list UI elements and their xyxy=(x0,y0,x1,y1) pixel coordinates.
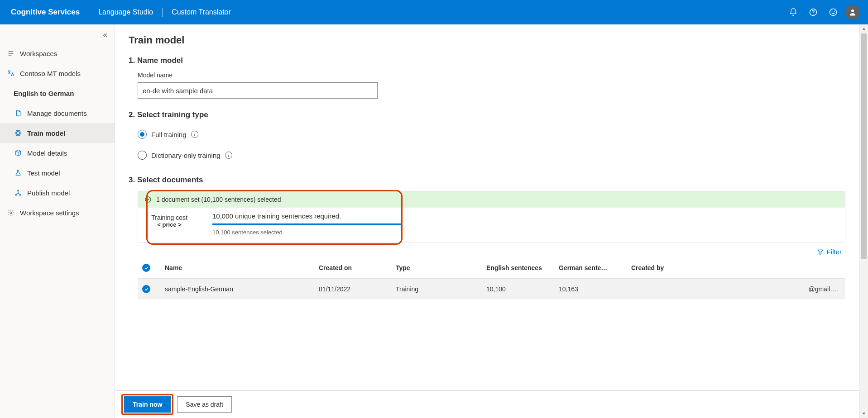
cell-english-sentences: 10,100 xyxy=(482,279,554,300)
model-name-label: Model name xyxy=(138,71,845,79)
selected-sentences-text: 10,100 sentences selected xyxy=(212,229,403,236)
sidebar-item-label: Train model xyxy=(27,129,65,137)
col-name[interactable]: Name xyxy=(160,257,314,279)
select-all-checkbox[interactable] xyxy=(142,264,150,272)
svg-point-15 xyxy=(10,212,12,214)
filter-label: Filter xyxy=(827,248,842,256)
footer-action-bar: Train now Save as draft xyxy=(115,390,859,418)
table-header-row: Name Created on Type English sentences G… xyxy=(138,257,845,279)
notifications-icon[interactable] xyxy=(785,4,802,21)
radio-dictionary-label: Dictionary-only training xyxy=(151,152,221,159)
help-icon[interactable] xyxy=(805,4,822,21)
sidebar-workspaces[interactable]: Workspaces xyxy=(0,43,115,63)
col-english-sentences[interactable]: English sentences xyxy=(482,257,554,279)
info-icon[interactable]: i xyxy=(225,152,232,159)
cube-icon xyxy=(14,149,23,157)
col-created-by[interactable]: Created by xyxy=(627,257,845,279)
svg-point-13 xyxy=(15,194,17,195)
breadcrumb-sep xyxy=(89,8,89,17)
check-circle-icon xyxy=(144,196,152,203)
svg-point-9 xyxy=(15,132,21,134)
model-name-input[interactable] xyxy=(138,82,378,99)
breadcrumb-root[interactable]: Cognitive Services xyxy=(8,8,82,17)
sidebar-workspaces-label: Workspaces xyxy=(20,50,57,57)
required-sentences-text: 10,000 unique training sentences require… xyxy=(212,212,403,220)
sidebar-workspace-settings-label: Workspace settings xyxy=(20,209,79,217)
svg-point-5 xyxy=(851,10,854,12)
step-2-training-type: 2. Select training type Full training i … xyxy=(129,110,845,164)
training-cost-label: Training cost xyxy=(144,214,194,221)
svg-point-2 xyxy=(830,9,837,16)
training-cost-value: < price > xyxy=(144,221,194,228)
scroll-up-icon[interactable] xyxy=(859,24,868,33)
cell-german-sentences: 10,163 xyxy=(554,279,627,300)
step-1-name-model: 1. Name model Model name xyxy=(129,56,845,99)
col-created[interactable]: Created on xyxy=(314,257,391,279)
sidebar-project-name[interactable]: English to German xyxy=(0,83,115,103)
sentences-progress: 10,000 unique training sentences require… xyxy=(212,212,403,236)
svg-point-12 xyxy=(18,190,19,191)
sidebar-item-publish-model[interactable]: Publish model xyxy=(0,183,115,203)
summary-banner-text: 1 document set (10,100 sentences) select… xyxy=(156,196,281,203)
sidebar: Workspaces Contoso MT models English to … xyxy=(0,24,115,418)
network-icon xyxy=(14,189,23,196)
svg-point-14 xyxy=(19,194,21,195)
list-icon xyxy=(6,50,15,57)
collapse-sidebar-icon[interactable] xyxy=(98,29,111,42)
step-3-title: 3. Select documents xyxy=(129,176,845,185)
svg-point-4 xyxy=(834,11,835,12)
sidebar-item-train-model[interactable]: Train model xyxy=(0,123,115,143)
radio-full-label: Full training xyxy=(151,131,187,138)
sidebar-workspace-name-label: Contoso MT models xyxy=(20,70,81,77)
radio-icon[interactable] xyxy=(138,130,147,139)
table-row[interactable]: sample-English-German 01/11/2022 Trainin… xyxy=(138,279,845,300)
filter-button[interactable]: Filter xyxy=(817,248,842,256)
svg-point-3 xyxy=(832,11,833,12)
main-content: Train model 1. Name model Model name 2. … xyxy=(115,24,859,418)
scroll-down-icon[interactable] xyxy=(859,409,868,418)
cell-created-by: @gmail…. xyxy=(627,279,845,300)
sidebar-item-test-model[interactable]: Test model xyxy=(0,163,115,183)
sidebar-workspace-settings[interactable]: Workspace settings xyxy=(0,203,115,223)
user-avatar[interactable] xyxy=(845,5,860,19)
summary-banner: 1 document set (10,100 sentences) select… xyxy=(138,191,845,208)
sidebar-workspace-name[interactable]: Contoso MT models xyxy=(0,63,115,83)
documents-table: Name Created on Type English sentences G… xyxy=(138,257,845,299)
training-cost: Training cost < price > xyxy=(144,212,194,228)
step-1-title: 1. Name model xyxy=(129,56,845,65)
page-title: Train model xyxy=(129,34,845,46)
vertical-scrollbar[interactable] xyxy=(859,24,868,418)
radio-dictionary-only[interactable]: Dictionary-only training i xyxy=(138,147,845,164)
sidebar-project-name-label: English to German xyxy=(14,90,74,97)
scrollbar-thumb[interactable] xyxy=(861,33,867,259)
col-german-sentences[interactable]: German sente… xyxy=(554,257,627,279)
breadcrumb-custom-translator[interactable]: Custom Translator xyxy=(169,8,234,16)
app-header: Cognitive Services Language Studio Custo… xyxy=(0,0,868,24)
cell-name: sample-English-German xyxy=(160,279,314,300)
gear-icon xyxy=(6,209,15,216)
step-2-title: 2. Select training type xyxy=(129,110,845,119)
sidebar-item-label: Publish model xyxy=(27,189,70,197)
sidebar-item-manage-documents[interactable]: Manage documents xyxy=(0,103,115,123)
cell-type: Training xyxy=(391,279,482,300)
row-checkbox[interactable] xyxy=(142,285,150,293)
flask-icon xyxy=(14,169,23,176)
translate-icon xyxy=(6,69,15,77)
breadcrumb-language-studio[interactable]: Language Studio xyxy=(96,8,156,16)
col-type[interactable]: Type xyxy=(391,257,482,279)
radio-full-training[interactable]: Full training i xyxy=(138,126,845,143)
document-selection-summary: 1 document set (10,100 sentences) select… xyxy=(138,191,845,242)
train-now-button[interactable]: Train now xyxy=(124,396,171,413)
sidebar-item-model-details[interactable]: Model details xyxy=(0,143,115,163)
radio-icon[interactable] xyxy=(138,151,147,160)
save-as-draft-button[interactable]: Save as draft xyxy=(177,396,232,413)
sidebar-item-label: Model details xyxy=(27,149,67,157)
sidebar-item-label: Manage documents xyxy=(27,109,87,117)
progress-bar xyxy=(212,223,403,225)
feedback-icon[interactable] xyxy=(825,4,842,21)
scrollbar-track[interactable] xyxy=(859,33,868,409)
info-icon[interactable]: i xyxy=(191,131,198,138)
svg-point-1 xyxy=(813,14,813,14)
cell-created: 01/11/2022 xyxy=(314,279,391,300)
sidebar-item-label: Test model xyxy=(27,169,60,177)
